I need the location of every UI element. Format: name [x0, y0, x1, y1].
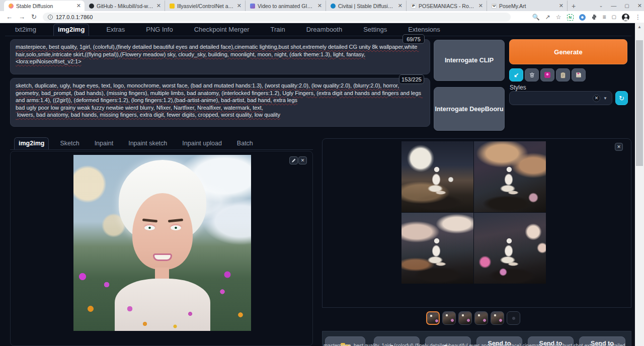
profile-avatar[interactable] — [622, 14, 629, 21]
remove-image-button[interactable]: ✕ — [298, 156, 307, 164]
portrait-smile — [153, 253, 172, 261]
browser-tab-posemyart[interactable]: Ψ PoseMy.Art ✕ — [487, 1, 568, 11]
tab-img2img[interactable]: img2img — [53, 24, 89, 36]
tab-close-icon[interactable]: ✕ — [237, 3, 242, 9]
tab-search-chevron-icon[interactable]: ⌄ — [599, 3, 603, 8]
gallery-thumbnail-1[interactable] — [426, 311, 440, 325]
clear-styles-icon[interactable]: ✕ — [593, 95, 600, 102]
paste-generation-params-button[interactable]: ↙ — [509, 68, 523, 81]
positive-prompt-textarea[interactable]: masterpiece, best quality, 1girl, (color… — [10, 39, 430, 74]
subtab-inpaint-upload[interactable]: Inpaint upload — [178, 138, 226, 150]
tab-extras[interactable]: Extras — [102, 24, 129, 36]
interrogate-deepbooru-button[interactable]: Interrogate DeepBooru — [434, 87, 505, 131]
output-image-1[interactable] — [401, 141, 473, 212]
tab-close-icon[interactable]: ✕ — [156, 3, 161, 9]
scrollbar-up-arrow-icon[interactable]: ▲ — [635, 23, 644, 31]
styles-dropdown[interactable]: ✕ ▼ — [509, 91, 612, 105]
tab-close-icon[interactable]: ✕ — [559, 3, 564, 9]
clipboard-icon — [560, 72, 566, 78]
subtab-inpaint[interactable]: Inpaint — [91, 138, 118, 150]
screen: Stable Diffusion ✕ GitHub - Mikubill/sd-… — [0, 0, 644, 346]
output-image-2[interactable] — [474, 141, 546, 212]
subtab-sketch[interactable]: Sketch — [56, 138, 83, 150]
styles-label: Styles — [510, 84, 526, 91]
controlnet-favicon — [170, 4, 175, 9]
maximize-icon[interactable]: ▢ — [624, 3, 629, 9]
refresh-icon: ↻ — [619, 95, 624, 102]
posemaniacs-favicon: P — [411, 4, 416, 9]
tab-checkpoint-merger[interactable]: Checkpoint Merger — [190, 24, 254, 36]
address-bar[interactable]: i 127.0.0.1:7860 — [43, 13, 511, 22]
gallery-thumbnail-3[interactable] — [458, 311, 472, 325]
interrogate-clip-button[interactable]: Interrogate CLIP — [434, 40, 505, 81]
extension-n-icon[interactable]: N — [567, 14, 574, 21]
source-image-portrait[interactable] — [73, 155, 251, 331]
stable-diffusion-favicon — [9, 4, 14, 9]
browser-tab-github[interactable]: GitHub - Mikubill/sd-webui-co... ✕ — [85, 1, 165, 11]
save-style-button[interactable] — [572, 68, 586, 81]
back-icon[interactable]: ← — [6, 13, 13, 21]
tab-png-info[interactable]: PNG Info — [142, 24, 177, 36]
browser-tab-posemaniacs[interactable]: P POSEMANIACS - Royalty free 3... ✕ — [407, 1, 487, 11]
browser-tab-gif-converter[interactable]: Video to animated GIF converter ✕ — [246, 1, 326, 11]
apply-styles-button[interactable] — [556, 68, 570, 81]
extensions-puzzle-icon[interactable] — [591, 14, 597, 20]
side-panel-icon[interactable]: ▢ — [612, 15, 616, 20]
browser-tab-bar: Stable Diffusion ✕ GitHub - Mikubill/sd-… — [0, 0, 644, 11]
tab-dreambooth[interactable]: Dreambooth — [302, 24, 347, 36]
output-image-3[interactable] — [401, 213, 473, 284]
close-gallery-button[interactable]: ✕ — [615, 143, 623, 151]
gallery-thumbnail-2[interactable] — [442, 311, 456, 325]
edit-image-button[interactable] — [289, 156, 298, 164]
tab-close-icon[interactable]: ✕ — [76, 3, 81, 9]
tab-title: POSEMANIACS - Royalty free 3... — [419, 3, 476, 9]
subtab-img2img[interactable]: img2img — [14, 137, 49, 150]
site-info-icon[interactable]: i — [48, 15, 53, 20]
tab-close-icon[interactable]: ✕ — [478, 3, 483, 9]
browser-scrollbar[interactable]: ▲ — [635, 23, 644, 346]
close-window-icon[interactable]: ✕ — [637, 3, 642, 9]
generation-info-text: masterpiece, best quality, 1girl, (color… — [324, 343, 630, 346]
subtab-inpaint-sketch[interactable]: Inpaint sketch — [124, 138, 171, 150]
figure-silhouette — [424, 237, 450, 269]
share-icon[interactable]: ↗ — [545, 14, 550, 20]
tab-title: Illyasviel/ControlNet at main — [177, 3, 234, 9]
tab-train[interactable]: Train — [267, 24, 289, 36]
bookmark-star-icon[interactable]: ☆ — [556, 14, 561, 20]
url-text: 127.0.0.1:7860 — [56, 14, 93, 20]
forward-icon[interactable]: → — [19, 13, 25, 21]
gallery-thumbnail-5[interactable] — [491, 311, 504, 325]
tab-close-icon[interactable]: ✕ — [317, 3, 322, 9]
scrollbar-thumb[interactable] — [636, 40, 643, 166]
subtab-batch[interactable]: Batch — [233, 138, 257, 150]
pencil-icon — [291, 158, 296, 163]
zoom-icon[interactable]: 🔍 — [532, 14, 540, 20]
chevron-down-icon: ▼ — [603, 96, 607, 101]
tab-settings[interactable]: Settings — [359, 24, 391, 36]
output-image-4[interactable] — [474, 213, 546, 284]
negative-prompt-textarea[interactable]: sketch, duplicate, ugly, huge eyes, text… — [10, 78, 430, 127]
extra-networks-button[interactable] — [540, 68, 554, 81]
figure-silhouette — [496, 237, 522, 269]
browser-tab-stable-diffusion[interactable]: Stable Diffusion ✕ — [4, 1, 85, 11]
refresh-styles-button[interactable]: ↻ — [615, 91, 628, 105]
reload-icon[interactable]: ↻ — [31, 13, 37, 21]
new-tab-button[interactable]: + — [568, 1, 580, 11]
clear-prompt-button[interactable] — [525, 68, 539, 81]
browser-tab-civitai[interactable]: Civitai | Stable Diffusion model... ✕ — [326, 1, 407, 11]
reading-list-icon[interactable]: ≡ — [603, 14, 606, 20]
gif-converter-favicon — [250, 4, 255, 9]
gallery-thumbnail-4[interactable] — [474, 311, 488, 325]
generate-button[interactable]: Generate — [509, 39, 627, 64]
tab-txt2img[interactable]: txt2img — [11, 24, 40, 36]
browser-tab-controlnet[interactable]: Illyasviel/ControlNet at main ✕ — [165, 1, 246, 11]
output-image-grid[interactable] — [401, 141, 546, 284]
gallery-thumbnail-6[interactable] — [507, 311, 520, 325]
menu-dots-icon[interactable]: ⋮ — [635, 14, 641, 20]
minimize-icon[interactable]: — — [611, 3, 616, 9]
arrow-down-left-icon: ↙ — [514, 71, 519, 78]
tab-close-icon[interactable]: ✕ — [398, 3, 403, 9]
extension-blue-icon[interactable] — [579, 14, 586, 21]
gallery-thumbnail-strip — [426, 311, 520, 326]
img2img-source-image-pane: ✕ Copy image to: img2img sketch inpaint — [10, 151, 313, 346]
